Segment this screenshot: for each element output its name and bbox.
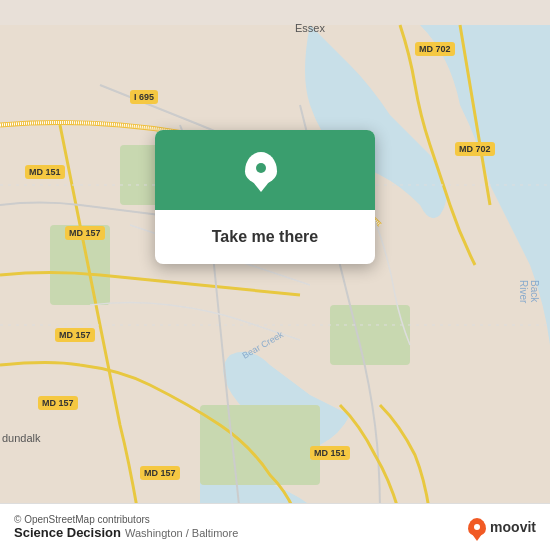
location-pin-icon — [245, 152, 285, 192]
moovit-label: moovit — [490, 519, 536, 535]
road-label-md151-1: MD 151 — [25, 165, 65, 179]
svg-rect-4 — [330, 305, 410, 365]
road-label-i695: I 695 — [130, 90, 158, 104]
popup-header — [155, 130, 375, 210]
map-label-essex: Essex — [295, 22, 325, 34]
road-label-md702-2: MD 702 — [455, 142, 495, 156]
road-label-md157-4: MD 157 — [38, 396, 78, 410]
svg-rect-3 — [200, 405, 320, 485]
take-me-there-button[interactable]: Take me there — [204, 224, 326, 250]
moovit-logo: moovit — [468, 518, 536, 536]
location-popup: Take me there — [155, 130, 375, 264]
map-label-dundalk: dundalk — [2, 432, 41, 444]
map-container: Essex Back River Bear Creek dundalk I 69… — [0, 0, 550, 550]
road-label-md157-3: MD 157 — [140, 466, 180, 480]
bottom-left: © OpenStreetMap contributors Science Dec… — [14, 514, 238, 540]
road-label-md157-1: MD 157 — [65, 226, 105, 240]
bottom-bar: © OpenStreetMap contributors Science Dec… — [0, 503, 550, 550]
road-label-md702-1: MD 702 — [415, 42, 455, 56]
popup-button-area: Take me there — [155, 210, 375, 264]
attribution-text: © OpenStreetMap contributors — [14, 514, 238, 525]
map-label-back-river: Back River — [518, 280, 540, 322]
location-region: Washington / Baltimore — [125, 527, 238, 539]
road-label-md157-2: MD 157 — [55, 328, 95, 342]
road-label-md151-2: MD 151 — [310, 446, 350, 460]
moovit-pin-icon — [468, 518, 486, 536]
location-name: Science Decision — [14, 525, 121, 540]
